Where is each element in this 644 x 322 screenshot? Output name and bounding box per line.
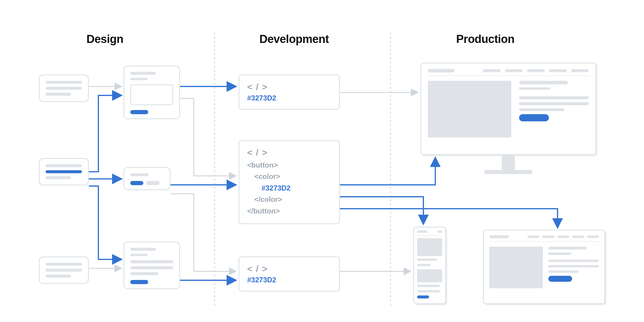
- dev-code-card-bottom: </> #3273D2: [239, 256, 340, 292]
- design-wireframe-top: [123, 66, 180, 119]
- dev-code-l3: #3273D2: [247, 182, 331, 194]
- design-token-card-bottom: [39, 256, 89, 284]
- dev-code-card-top: </> #3273D2: [239, 75, 340, 110]
- production-tablet: [483, 230, 605, 304]
- dev-code-l4: </color>: [247, 194, 331, 205]
- monitor-cta-button: [519, 114, 549, 121]
- heading-production: Production: [456, 33, 515, 46]
- design-wireframe-mid: [123, 167, 171, 190]
- production-mobile: [413, 227, 446, 304]
- design-token-card-mid: [39, 158, 89, 185]
- code-icon: </>: [247, 264, 331, 274]
- dev-code-l1: <button>: [247, 160, 331, 171]
- monitor-stand-neck: [502, 155, 515, 171]
- tablet-cta-button: [548, 276, 572, 282]
- dev-hex-top: #3273D2: [247, 94, 331, 102]
- heading-design: Design: [86, 33, 123, 46]
- mobile-cta-button: [417, 295, 429, 298]
- dev-code-l5: </button>: [247, 205, 331, 217]
- dev-hex-bottom: #3273D2: [247, 276, 331, 284]
- dev-code-card-mid: </> <button> <color> #3273D2 </color> </…: [239, 140, 340, 224]
- dev-code-l2: <color>: [247, 171, 331, 182]
- production-monitor: [420, 63, 596, 155]
- code-icon: </>: [247, 148, 331, 158]
- monitor-stand-base: [484, 170, 532, 174]
- design-token-card-top: [39, 75, 89, 102]
- design-wireframe-bottom: [123, 242, 180, 289]
- heading-development: Development: [259, 33, 329, 46]
- code-icon: </>: [247, 82, 331, 92]
